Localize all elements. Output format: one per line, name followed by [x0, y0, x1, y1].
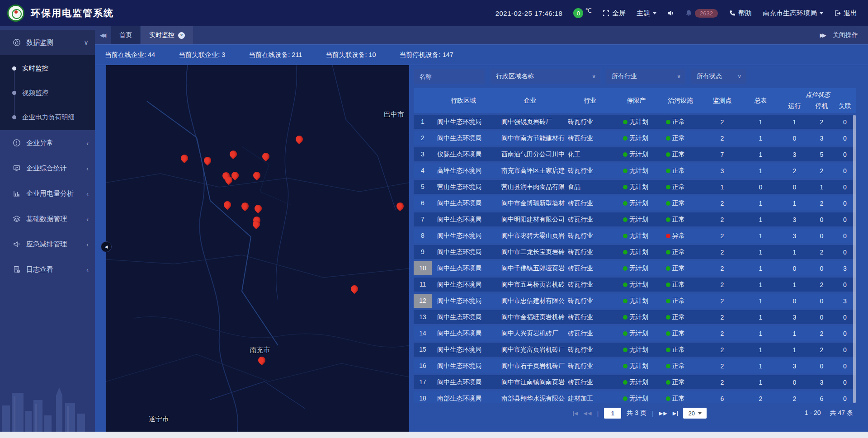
- cell-pollution-facility: 正常: [658, 362, 703, 370]
- stat-label: 当前失联企业:: [179, 51, 220, 58]
- table-row[interactable]: 14阆中生态环境局阆中大兴页岩机砖厂砖瓦行业无计划正常21120: [414, 326, 856, 340]
- alert-circle-icon: [13, 139, 21, 147]
- status-dot-green: [666, 299, 670, 303]
- notifications[interactable]: 2632: [685, 9, 718, 18]
- table-scrollbar[interactable]: [853, 115, 856, 403]
- table-row[interactable]: 17阆中生态环境局阆中市江南镇阆南页岩砖瓦行业无计划正常21030: [414, 375, 856, 389]
- page-number-input[interactable]: [604, 408, 621, 419]
- table-row[interactable]: 12阆中生态环境局阆中市忠信建材有限公砖瓦行业无计划正常21003: [414, 294, 856, 308]
- status-filter-select[interactable]: 所有状态 ∨: [691, 69, 746, 84]
- table-row[interactable]: 2阆中生态环境局阆中市南方节能建材有砖瓦行业无计划正常21030: [414, 131, 856, 145]
- cell-company: 阆中市石子页岩机砖厂: [495, 362, 565, 370]
- cell-run: 0: [780, 297, 809, 305]
- facility-status-text: 正常: [672, 313, 685, 321]
- cell-region: 阆中生态环境局: [432, 134, 495, 142]
- sidebar-item-video-monitoring[interactable]: 视频监控: [0, 80, 95, 105]
- status-dot-green: [666, 266, 670, 271]
- chevron-down-icon: [698, 412, 702, 416]
- help-button[interactable]: 帮助: [729, 9, 752, 18]
- table-row[interactable]: 8阆中生态环境局阆中市枣碧大梁山页岩砖瓦行业无计划异常21300: [414, 229, 856, 243]
- sidebar-group-enterprise-abnormal[interactable]: 企业异常‹: [0, 130, 95, 155]
- cell-monitor: 3: [703, 167, 741, 174]
- stat-label: 当前在线企业:: [105, 51, 146, 58]
- facility-status-text: 正常: [672, 346, 685, 354]
- cell-stop: 0: [809, 265, 834, 272]
- status-dot-green: [666, 120, 670, 124]
- cell-region: 阆中生态环境局: [432, 378, 495, 386]
- name-filter-input[interactable]: [414, 69, 485, 84]
- cell-company: 阆中千佛镇五郎垭页岩: [495, 264, 565, 273]
- stat-stopped-devices: 当前停机设备:147: [400, 51, 453, 59]
- cell-lost: 0: [834, 151, 856, 158]
- table-row[interactable]: 4高坪生态环境局南充市高坪区王家店建砖瓦行业无计划正常31220: [414, 164, 856, 178]
- sidebar-item-realtime-monitoring[interactable]: 实时监控: [0, 56, 95, 80]
- org-menu[interactable]: 南充市生态环境局: [763, 9, 823, 18]
- first-page-button[interactable]: ◀: [573, 411, 578, 416]
- row-number: 12: [414, 294, 432, 308]
- collapse-tabs-button[interactable]: ◀◀: [95, 26, 111, 44]
- mute-button[interactable]: [667, 10, 675, 16]
- prev-page-button[interactable]: ◀◀: [583, 411, 591, 416]
- sidebar-item-power-load-detail[interactable]: 企业电力负荷明细: [0, 105, 95, 129]
- logout-label: 退出: [844, 9, 857, 18]
- cell-company: 阆中市金博瑞新型墙材: [495, 199, 565, 207]
- map[interactable]: 巴中市南充市遂宁市 ◀: [106, 65, 409, 432]
- theme-label: 主题: [637, 9, 650, 18]
- cell-meter: 1: [741, 314, 780, 321]
- stat-value: 211: [292, 51, 302, 58]
- facility-status-text: 正常: [672, 167, 685, 175]
- tab-home[interactable]: 首页: [111, 26, 140, 44]
- sidebar-group-enterprise-statistics[interactable]: 企业综合统计‹: [0, 155, 95, 181]
- map-city-label: 南充市: [250, 346, 270, 354]
- status-dot-green: [666, 396, 670, 401]
- cell-pollution-facility: 正常: [658, 216, 703, 224]
- map-collapse-button[interactable]: ◀: [101, 241, 112, 252]
- sidebar-group-label: 企业用电量分析: [26, 189, 74, 198]
- table-row[interactable]: 6阆中生态环境局阆中市金博瑞新型墙材砖瓦行业无计划正常21120: [414, 196, 856, 210]
- cell-region: 阆中生态环境局: [432, 281, 495, 289]
- sidebar-group-emergency-reduction[interactable]: 应急减排管理‹: [0, 231, 95, 257]
- cell-run: 1: [780, 249, 809, 256]
- page-size-select[interactable]: 20: [683, 408, 707, 419]
- close-operations-menu[interactable]: ▶▶ 关闭操作: [820, 26, 868, 44]
- next-page-button[interactable]: ▶▶: [659, 411, 667, 416]
- table-row[interactable]: 1阆中生态环境局阆中强锐页岩砖厂砖瓦行业无计划正常21120: [414, 115, 856, 129]
- status-dot-green: [666, 283, 670, 287]
- pagination-divider: |: [652, 410, 654, 417]
- table-row[interactable]: 18南部生态环境局南部县翔华水泥有限公建材加工无计划正常62260: [414, 391, 856, 403]
- cell-region: 阆中生态环境局: [432, 313, 495, 321]
- row-number: 18: [414, 391, 432, 403]
- status-dot-green: [623, 234, 627, 238]
- table-row[interactable]: 15阆中生态环境局阆中市光富页岩机砖厂砖瓦行业无计划正常21120: [414, 343, 856, 357]
- bar-chart-icon: [13, 189, 21, 198]
- sidebar-group-power-usage-analysis[interactable]: 企业用电量分析‹: [0, 181, 95, 206]
- tab-close-icon[interactable]: ✕: [178, 32, 185, 39]
- table-row[interactable]: 13阆中生态环境局阆中市金福旺页岩机砖砖瓦行业无计划正常21300: [414, 310, 856, 324]
- chevron-left-icon: ‹: [86, 240, 89, 248]
- stat-value: 44: [148, 51, 155, 58]
- status-filter-value: 所有状态: [697, 72, 722, 80]
- table-row[interactable]: 7阆中生态环境局阆中明阳建材有限公司砖瓦行业无计划正常21300: [414, 212, 856, 226]
- tab-realtime-monitoring[interactable]: 实时监控✕: [141, 26, 193, 44]
- facility-status-text: 正常: [672, 395, 685, 403]
- table-row[interactable]: 9阆中生态环境局阆中市二龙长宝页岩砖砖瓦行业无计划正常21120: [414, 245, 856, 259]
- table-row[interactable]: 3仪陇生态环境局西南油气田分公司川中化工无计划正常71350: [414, 147, 856, 161]
- sidebar-group-log-view[interactable]: 日志查看‹: [0, 257, 95, 282]
- region-filter-select[interactable]: 行政区域名称 ∨: [491, 69, 600, 84]
- last-page-button[interactable]: ▶: [673, 411, 678, 416]
- table-row[interactable]: 10阆中生态环境局阆中千佛镇五郎垭页岩砖瓦行业无计划正常21003: [414, 261, 856, 275]
- theme-menu[interactable]: 主题: [637, 9, 656, 18]
- table-row[interactable]: 11阆中生态环境局阆中市五马桥页岩机砖砖瓦行业无计划正常21120: [414, 278, 856, 292]
- cell-stop: 5: [809, 151, 834, 158]
- limit-status-text: 无计划: [629, 297, 648, 305]
- fullscreen-button[interactable]: 全屏: [603, 9, 626, 18]
- sidebar-group-base-data-management[interactable]: 基础数据管理‹: [0, 206, 95, 231]
- row-number: 13: [414, 310, 432, 324]
- table-row[interactable]: 16阆中生态环境局阆中市石子页岩机砖厂砖瓦行业无计划正常21300: [414, 359, 856, 373]
- table-row[interactable]: 5营山生态环境局营山县润丰肉食品有限食品无计划正常10010: [414, 180, 856, 194]
- industry-filter-select[interactable]: 所有行业 ∨: [606, 69, 685, 84]
- limit-status-text: 无计划: [629, 362, 648, 370]
- cell-lost: 0: [834, 232, 856, 240]
- sidebar-group-data-monitoring[interactable]: 数据监测∨: [0, 30, 95, 55]
- logout-button[interactable]: 退出: [834, 9, 857, 18]
